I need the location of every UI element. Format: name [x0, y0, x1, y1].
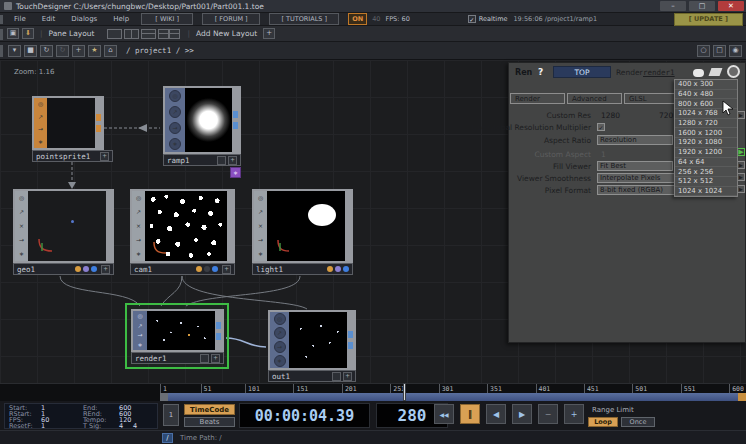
render-flag-dot[interactable] [327, 266, 333, 272]
on-toggle[interactable]: ON [348, 13, 367, 25]
resolution-option[interactable]: 64 x 64 [675, 158, 737, 168]
update-button[interactable]: [ UPDATE ] [674, 13, 743, 26]
param-expand-arrow-active[interactable]: ▶ [737, 148, 745, 156]
play-forward-button[interactable]: ▶ [512, 404, 532, 424]
node-name-bar[interactable]: render1 + [131, 352, 224, 364]
param-value[interactable]: 1280 [601, 111, 620, 120]
flag-icon[interactable]: → [136, 237, 141, 243]
render-flag-dot[interactable] [196, 266, 202, 272]
breadcrumb[interactable]: / project1 / >> [126, 46, 194, 55]
pickable-flag-dot[interactable] [91, 266, 97, 272]
wiki-button[interactable]: [ WIKI ] [141, 13, 193, 25]
node-viewer[interactable] [28, 191, 106, 261]
menu-dialogs[interactable]: Dialogs [63, 15, 105, 23]
flag-icon[interactable]: ◎ [136, 195, 141, 201]
output-port[interactable] [348, 331, 353, 338]
flag-icon[interactable]: → [137, 332, 142, 338]
resolution-option[interactable]: 1920 x 1080 [675, 138, 737, 148]
resolution-option[interactable]: 1920 x 1200 [675, 148, 737, 158]
minimize-button[interactable]: – [660, 1, 686, 11]
forum-button[interactable]: [ FORUM ] [202, 13, 260, 25]
range-end-handle[interactable] [738, 393, 746, 401]
output-port[interactable] [216, 333, 221, 340]
realtime-checkbox[interactable]: ✓ [468, 15, 476, 23]
menu-edit[interactable]: Edit [34, 15, 64, 23]
jump-to-start-button[interactable]: ◀◀ [434, 404, 454, 424]
maximize-button[interactable]: □ [689, 1, 715, 11]
param-value[interactable]: 720 [659, 111, 673, 120]
add-layout-plus-button[interactable]: + [263, 28, 275, 39]
flag-icon[interactable]: ↗ [38, 114, 43, 120]
node-out1[interactable]: ◎↗ →∗ [268, 310, 356, 370]
node-viewer[interactable] [47, 98, 95, 148]
loop-button[interactable]: Loop [588, 417, 618, 427]
display-flag-dot[interactable] [335, 266, 341, 272]
flag-icon[interactable]: ↗ [136, 209, 141, 215]
resolution-option[interactable]: 1600 x 1200 [675, 128, 737, 138]
bookmark-star-icon[interactable]: ★ [88, 45, 101, 57]
save-layout-icon[interactable]: ⬇ [22, 28, 34, 39]
resolution-option[interactable]: 256 x 256 [675, 167, 737, 177]
layout-preset-vsplit[interactable] [124, 29, 139, 39]
resolution-option[interactable]: 1024 x 1024 [675, 187, 737, 197]
node-viewer[interactable] [185, 88, 232, 152]
output-port[interactable] [233, 122, 238, 129]
menu-file[interactable]: File [6, 15, 34, 23]
edge-grip[interactable] [0, 45, 3, 57]
flag-icon[interactable]: ◎ [274, 313, 286, 325]
pause-button[interactable]: ‖ [460, 404, 480, 424]
output-port[interactable] [96, 125, 101, 132]
home-icon[interactable]: ⌂ [104, 45, 117, 57]
layout-preset-single[interactable] [107, 29, 122, 39]
beats-mode-button[interactable]: Beats [184, 417, 235, 427]
node-pointsprite1[interactable]: ◎↗ →∗ [32, 96, 104, 150]
flag-icon[interactable]: ∗ [38, 139, 43, 145]
param-checkbox[interactable]: ✓ [597, 123, 605, 131]
param-dropdown[interactable]: Fit Best [597, 161, 673, 171]
flag-icon[interactable]: ↗ [169, 106, 181, 118]
flag-icon[interactable]: → [169, 122, 181, 134]
edge-grip[interactable] [0, 29, 3, 40]
step-forward-button[interactable]: + [564, 404, 584, 424]
node-cam1[interactable]: ◎↗ ×→ ∗ [130, 189, 235, 263]
flag-icon[interactable]: ◎ [137, 313, 142, 319]
timeline-ruler[interactable]: 1 51 101 151 201 251 301 351 401 451 501… [0, 383, 746, 393]
refresh-icon[interactable]: ↻ [40, 45, 53, 57]
pickable-flag-dot[interactable] [212, 266, 218, 272]
edge-grip[interactable] [0, 15, 3, 24]
param-expand-arrow[interactable]: ▶ [737, 173, 745, 181]
flag-icon[interactable]: ↗ [258, 209, 263, 215]
tutorials-button[interactable]: [ TUTORIALS ] [269, 13, 339, 25]
pane-target-icon[interactable]: ◉ [729, 45, 742, 57]
tab-render[interactable]: Render [510, 93, 565, 104]
node-render1[interactable]: ◎↗ →∗ [131, 309, 224, 352]
node-name-bar[interactable]: geo1 + [13, 263, 114, 275]
flag-icon[interactable]: ◎ [19, 195, 24, 201]
pane-grid-icon[interactable]: ▣ [7, 28, 19, 39]
play-reverse-button[interactable]: ◀ [486, 404, 506, 424]
flag-icon[interactable]: ∗ [136, 251, 141, 257]
time-path-icon[interactable]: / [162, 433, 173, 443]
node-plus-button[interactable]: + [100, 152, 109, 161]
menu-help[interactable]: Help [105, 15, 137, 23]
node-viewer[interactable] [147, 311, 215, 350]
node-plus-button[interactable]: + [211, 354, 220, 363]
output-port[interactable] [96, 114, 101, 121]
node-name-bar[interactable]: pointsprite1 + [32, 150, 113, 162]
flag-icon[interactable]: × [19, 223, 24, 229]
display-flag-dot[interactable] [83, 266, 89, 272]
node-ramp1[interactable]: ◎↗ →∗ [163, 86, 241, 154]
timeline-one-button[interactable]: 1 [163, 404, 179, 426]
node-plus-button[interactable]: + [222, 265, 231, 274]
tab-glsl[interactable]: GLSL [624, 93, 679, 104]
node-name-bar[interactable]: out1 + [268, 370, 356, 382]
stop-icon[interactable]: ■ [24, 45, 37, 57]
render-flag-dot[interactable] [75, 266, 81, 272]
flag-icon[interactable]: → [274, 341, 286, 353]
node-plus-button[interactable]: + [101, 265, 110, 274]
node-name-bar[interactable]: light1 [252, 263, 353, 275]
param-expand-arrow[interactable]: ▶ [737, 161, 745, 169]
comment-flag-icon[interactable]: ∗ [230, 167, 241, 178]
resolution-option[interactable]: 512 x 512 [675, 177, 737, 187]
output-port[interactable] [216, 322, 221, 329]
